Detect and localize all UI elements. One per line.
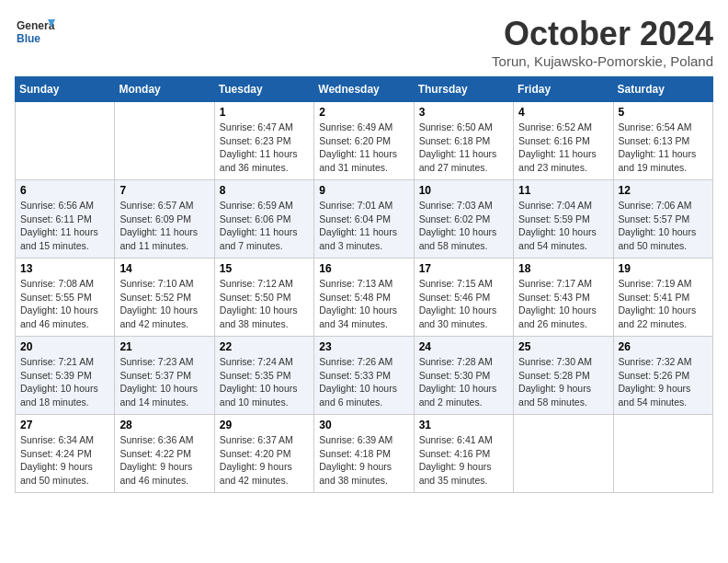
day-number: 7 xyxy=(119,184,209,197)
day-info: Sunrise: 6:47 AMSunset: 6:23 PMDaylight:… xyxy=(220,121,309,175)
day-info: Sunrise: 6:54 AMSunset: 6:13 PMDaylight:… xyxy=(619,121,708,175)
day-info: Sunrise: 7:32 AMSunset: 5:26 PMDaylight:… xyxy=(619,355,708,409)
day-number: 5 xyxy=(619,106,708,119)
day-number: 11 xyxy=(518,184,608,197)
calendar-cell xyxy=(16,102,115,180)
calendar-cell: 8Sunrise: 6:59 AMSunset: 6:06 PMDaylight… xyxy=(214,180,313,259)
day-number: 21 xyxy=(119,340,209,353)
day-number: 17 xyxy=(419,262,508,275)
day-info: Sunrise: 6:56 AMSunset: 6:11 PMDaylight:… xyxy=(20,199,109,253)
calendar-cell: 21Sunrise: 7:23 AMSunset: 5:37 PMDayligh… xyxy=(115,337,214,415)
day-number: 26 xyxy=(619,340,708,353)
day-number: 24 xyxy=(419,340,508,353)
calendar-cell: 26Sunrise: 7:32 AMSunset: 5:26 PMDayligh… xyxy=(613,337,712,415)
day-info: Sunrise: 7:15 AMSunset: 5:46 PMDaylight:… xyxy=(419,277,508,331)
title-area: October 2024 Torun, Kujawsko-Pomorskie, … xyxy=(492,15,713,69)
calendar-cell: 20Sunrise: 7:21 AMSunset: 5:39 PMDayligh… xyxy=(16,337,115,415)
svg-text:Blue: Blue xyxy=(17,32,40,45)
column-header-monday: Monday xyxy=(115,77,214,102)
calendar-cell: 16Sunrise: 7:13 AMSunset: 5:48 PMDayligh… xyxy=(314,259,414,337)
logo-svg: General Blue xyxy=(15,15,55,55)
calendar-cell: 31Sunrise: 6:41 AMSunset: 4:16 PMDayligh… xyxy=(414,415,513,493)
calendar-cell xyxy=(514,415,613,493)
day-info: Sunrise: 7:21 AMSunset: 5:39 PMDaylight:… xyxy=(20,355,109,409)
day-number: 22 xyxy=(220,340,309,353)
calendar-cell: 3Sunrise: 6:50 AMSunset: 6:18 PMDaylight… xyxy=(414,102,513,180)
day-number: 4 xyxy=(518,106,608,119)
calendar-cell: 2Sunrise: 6:49 AMSunset: 6:20 PMDaylight… xyxy=(314,102,414,180)
week-row-2: 6Sunrise: 6:56 AMSunset: 6:11 PMDaylight… xyxy=(16,180,713,259)
day-number: 2 xyxy=(319,106,408,119)
day-number: 20 xyxy=(20,340,109,353)
calendar-cell xyxy=(613,415,712,493)
day-info: Sunrise: 7:26 AMSunset: 5:33 PMDaylight:… xyxy=(319,355,408,409)
day-info: Sunrise: 6:59 AMSunset: 6:06 PMDaylight:… xyxy=(220,199,309,253)
day-number: 23 xyxy=(319,340,408,353)
day-number: 6 xyxy=(20,184,109,197)
location: Torun, Kujawsko-Pomorskie, Poland xyxy=(492,53,713,69)
day-info: Sunrise: 7:28 AMSunset: 5:30 PMDaylight:… xyxy=(419,355,508,409)
day-info: Sunrise: 7:01 AMSunset: 6:04 PMDaylight:… xyxy=(319,199,408,253)
day-info: Sunrise: 7:23 AMSunset: 5:37 PMDaylight:… xyxy=(119,355,209,409)
calendar-cell: 12Sunrise: 7:06 AMSunset: 5:57 PMDayligh… xyxy=(613,180,712,259)
calendar-cell: 25Sunrise: 7:30 AMSunset: 5:28 PMDayligh… xyxy=(514,337,613,415)
day-info: Sunrise: 7:12 AMSunset: 5:50 PMDaylight:… xyxy=(220,277,309,331)
day-info: Sunrise: 6:52 AMSunset: 6:16 PMDaylight:… xyxy=(518,121,608,175)
calendar-cell: 28Sunrise: 6:36 AMSunset: 4:22 PMDayligh… xyxy=(115,415,214,493)
column-header-sunday: Sunday xyxy=(16,77,115,102)
day-info: Sunrise: 7:08 AMSunset: 5:55 PMDaylight:… xyxy=(20,277,109,331)
day-info: Sunrise: 6:34 AMSunset: 4:24 PMDaylight:… xyxy=(20,433,109,488)
day-number: 27 xyxy=(20,419,109,431)
week-row-1: 1Sunrise: 6:47 AMSunset: 6:23 PMDaylight… xyxy=(16,102,713,180)
calendar-cell: 23Sunrise: 7:26 AMSunset: 5:33 PMDayligh… xyxy=(314,337,414,415)
week-row-5: 27Sunrise: 6:34 AMSunset: 4:24 PMDayligh… xyxy=(16,415,713,493)
calendar-table: SundayMondayTuesdayWednesdayThursdayFrid… xyxy=(15,76,713,493)
day-info: Sunrise: 6:39 AMSunset: 4:18 PMDaylight:… xyxy=(319,433,408,488)
column-header-wednesday: Wednesday xyxy=(314,77,414,102)
day-number: 9 xyxy=(319,184,408,197)
week-row-3: 13Sunrise: 7:08 AMSunset: 5:55 PMDayligh… xyxy=(16,259,713,337)
day-info: Sunrise: 7:10 AMSunset: 5:52 PMDaylight:… xyxy=(119,277,209,331)
day-info: Sunrise: 7:30 AMSunset: 5:28 PMDaylight:… xyxy=(518,355,608,409)
week-row-4: 20Sunrise: 7:21 AMSunset: 5:39 PMDayligh… xyxy=(16,337,713,415)
column-header-saturday: Saturday xyxy=(613,77,712,102)
day-number: 10 xyxy=(419,184,508,197)
calendar-cell: 27Sunrise: 6:34 AMSunset: 4:24 PMDayligh… xyxy=(16,415,115,493)
calendar-cell xyxy=(115,102,214,180)
column-header-tuesday: Tuesday xyxy=(214,77,313,102)
day-info: Sunrise: 7:13 AMSunset: 5:48 PMDaylight:… xyxy=(319,277,408,331)
day-info: Sunrise: 6:41 AMSunset: 4:16 PMDaylight:… xyxy=(419,433,508,488)
day-number: 31 xyxy=(419,419,508,431)
header-row: SundayMondayTuesdayWednesdayThursdayFrid… xyxy=(16,77,713,102)
calendar-cell: 6Sunrise: 6:56 AMSunset: 6:11 PMDaylight… xyxy=(16,180,115,259)
day-info: Sunrise: 6:37 AMSunset: 4:20 PMDaylight:… xyxy=(220,433,309,488)
header: General Blue October 2024 Torun, Kujawsk… xyxy=(15,15,713,69)
day-info: Sunrise: 7:24 AMSunset: 5:35 PMDaylight:… xyxy=(220,355,309,409)
day-number: 16 xyxy=(319,262,408,275)
day-number: 25 xyxy=(518,340,608,353)
day-info: Sunrise: 7:04 AMSunset: 5:59 PMDaylight:… xyxy=(518,199,608,253)
calendar-cell: 15Sunrise: 7:12 AMSunset: 5:50 PMDayligh… xyxy=(214,259,313,337)
day-number: 29 xyxy=(220,419,309,431)
day-number: 14 xyxy=(119,262,209,275)
calendar-cell: 22Sunrise: 7:24 AMSunset: 5:35 PMDayligh… xyxy=(214,337,313,415)
day-number: 1 xyxy=(220,106,309,119)
day-number: 19 xyxy=(619,262,708,275)
day-number: 8 xyxy=(220,184,309,197)
day-info: Sunrise: 7:19 AMSunset: 5:41 PMDaylight:… xyxy=(619,277,708,331)
column-header-thursday: Thursday xyxy=(414,77,513,102)
day-info: Sunrise: 6:49 AMSunset: 6:20 PMDaylight:… xyxy=(319,121,408,175)
day-number: 3 xyxy=(419,106,508,119)
calendar-cell: 7Sunrise: 6:57 AMSunset: 6:09 PMDaylight… xyxy=(115,180,214,259)
calendar-cell: 9Sunrise: 7:01 AMSunset: 6:04 PMDaylight… xyxy=(314,180,414,259)
day-number: 12 xyxy=(619,184,708,197)
calendar-cell: 19Sunrise: 7:19 AMSunset: 5:41 PMDayligh… xyxy=(613,259,712,337)
calendar-cell: 1Sunrise: 6:47 AMSunset: 6:23 PMDaylight… xyxy=(214,102,313,180)
logo: General Blue xyxy=(15,15,55,55)
calendar-cell: 29Sunrise: 6:37 AMSunset: 4:20 PMDayligh… xyxy=(214,415,313,493)
calendar-cell: 18Sunrise: 7:17 AMSunset: 5:43 PMDayligh… xyxy=(514,259,613,337)
day-number: 15 xyxy=(220,262,309,275)
calendar-cell: 14Sunrise: 7:10 AMSunset: 5:52 PMDayligh… xyxy=(115,259,214,337)
day-info: Sunrise: 6:36 AMSunset: 4:22 PMDaylight:… xyxy=(119,433,209,488)
calendar-cell: 4Sunrise: 6:52 AMSunset: 6:16 PMDaylight… xyxy=(514,102,613,180)
